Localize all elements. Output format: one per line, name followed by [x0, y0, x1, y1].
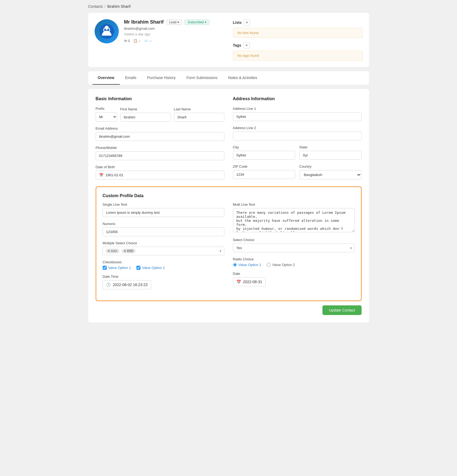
zip-label: ZIP Code	[233, 164, 295, 168]
date-field-wrapper[interactable]: 📅 2022-08-31	[233, 277, 266, 286]
email-input[interactable]	[96, 132, 224, 141]
addr1-label: Address Line 1	[233, 107, 362, 111]
avatar	[95, 19, 119, 43]
select-choice-input[interactable]: Yes No	[233, 243, 355, 252]
state-input[interactable]	[299, 151, 362, 160]
addr2-input[interactable]	[233, 132, 362, 140]
custom-profile-title: Custom Profile Data	[103, 193, 355, 198]
stat-3: 📨 --	[144, 39, 152, 43]
badge-lead[interactable]: Lead ▾	[166, 20, 182, 25]
first-name-input[interactable]	[120, 113, 171, 122]
city-group: City	[233, 145, 295, 160]
country-select[interactable]: Bangladesh India USA	[299, 170, 362, 179]
tag-aaa: AAA	[106, 249, 120, 253]
badge-subscribed[interactable]: Subscribed ▾	[185, 20, 209, 25]
custom-two-col: Single Line Text Numeric Multiple Select…	[103, 203, 355, 294]
checkbox-option2-label: Value Option 2	[142, 266, 165, 270]
tabs-bar: Overview Emails Purchase History Form Su…	[88, 71, 369, 85]
checkbox-option1-input[interactable]	[103, 266, 107, 270]
state-label: State	[299, 145, 362, 149]
tag-bbb: BBB	[122, 249, 136, 253]
select-choice-label: Select Choice	[233, 238, 355, 242]
update-contact-button[interactable]: Update Contact	[322, 305, 361, 315]
custom-profile-section: Custom Profile Data Single Line Text Num…	[96, 186, 362, 301]
select-choice-wrapper: Yes No	[233, 243, 355, 252]
last-name-input[interactable]	[174, 113, 224, 122]
first-name-group: First Name	[120, 107, 171, 122]
dob-input-wrapper[interactable]: 📅 1901-01-01	[96, 171, 224, 179]
last-name-group: Last Name	[174, 107, 224, 122]
radio-option1-input[interactable]	[233, 263, 237, 267]
select-choice-group: Select Choice Yes No	[233, 238, 355, 252]
lists-label: Lists	[233, 20, 242, 25]
radio-option1-label: Value Option 1	[239, 263, 261, 267]
radio-option1[interactable]: Value Option 1	[233, 263, 261, 267]
profile-stats: ✉ 0 📋 -- 📨 --	[124, 39, 210, 43]
last-name-label: Last Name	[174, 107, 224, 111]
radio-option2-input[interactable]	[267, 263, 271, 267]
tab-emails[interactable]: Emails	[120, 71, 142, 85]
single-line-input[interactable]	[103, 208, 224, 217]
lists-header: Lists +	[233, 19, 363, 26]
tag-dot-aaa	[108, 250, 110, 252]
multi-line-group: Multi Line Text There are many variation…	[233, 203, 355, 233]
radio-option2[interactable]: Value Option 2	[267, 263, 295, 267]
numeric-group: Numeric	[103, 222, 224, 236]
top-form-section: Basic Information Prefix Mr Mrs Ms Dr	[96, 96, 362, 184]
checkbox-option2[interactable]: Value Option 2	[136, 266, 165, 270]
date-value: 2022-08-31	[243, 280, 262, 284]
addr2-label: Address Line 2	[233, 126, 362, 130]
breadcrumb-contacts-link[interactable]: Contacts	[88, 4, 103, 9]
first-name-label: First Name	[120, 107, 171, 111]
tab-form-submissions[interactable]: Form Submissions	[181, 71, 223, 85]
numeric-input[interactable]	[103, 227, 224, 236]
multi-line-input[interactable]: There are many variations of passages of…	[233, 208, 355, 232]
dob-value: 1901-01-01	[106, 173, 124, 177]
radio-option2-label: Value Option 2	[272, 263, 295, 267]
addr1-input[interactable]	[233, 112, 362, 121]
custom-right-col: Multi Line Text There are many variation…	[233, 203, 355, 294]
profile-card: Mr Ibrahim Sharif Lead ▾ Subscribed ▾ ib…	[88, 13, 369, 67]
country-label: Country	[299, 164, 362, 168]
datetime-wrapper[interactable]: 🕐 2022-08-02 16:23:23	[103, 280, 151, 289]
datetime-label: Date Time	[103, 275, 224, 279]
tags-add-button[interactable]: +	[243, 42, 250, 48]
basic-info-section: Basic Information Prefix Mr Mrs Ms Dr	[96, 96, 224, 184]
custom-left-col: Single Line Text Numeric Multiple Select…	[103, 203, 224, 294]
date-group: Date 📅 2022-08-31	[233, 272, 355, 286]
datetime-group: Date Time 🕐 2022-08-02 16:23:23	[103, 275, 224, 289]
zip-country-row: ZIP Code Country Bangladesh India USA	[233, 164, 362, 184]
checkboxes-group: Checkboxes Value Option 1 Value Option 2	[103, 260, 224, 270]
lists-empty-notice: No lists found	[233, 28, 363, 38]
tag-dot-bbb	[124, 250, 126, 252]
calendar-icon: 📅	[99, 173, 103, 177]
radio-options: Value Option 1 Value Option 2	[233, 263, 355, 267]
tab-purchase-history[interactable]: Purchase History	[142, 71, 181, 85]
prefix-group: Prefix Mr Mrs Ms Dr	[96, 107, 117, 122]
email-group: Email Address	[96, 126, 224, 141]
zip-group: ZIP Code	[233, 164, 295, 179]
profile-name: Mr Ibrahim Sharif	[124, 19, 164, 25]
phone-input[interactable]	[96, 151, 224, 160]
breadcrumb-current: Ibrahim Sharif	[107, 4, 131, 9]
checkbox-option1[interactable]: Value Option 1	[103, 266, 131, 270]
prefix-select[interactable]: Mr Mrs Ms Dr	[96, 112, 117, 122]
tab-notes-activities[interactable]: Notes & Activities	[223, 71, 262, 85]
tags-section: Tags + No tags found	[233, 42, 363, 61]
calendar-icon-date: 📅	[236, 280, 241, 284]
basic-info-title: Basic Information	[96, 96, 224, 101]
address-info-title: Address Information	[233, 96, 362, 101]
checkbox-option2-input[interactable]	[136, 266, 140, 270]
single-line-label: Single Line Text	[103, 203, 224, 207]
zip-input[interactable]	[233, 170, 295, 179]
multi-select-wrapper[interactable]: AAA BBB	[103, 247, 224, 255]
numeric-label: Numeric	[103, 222, 224, 226]
phone-group: Phone/Mobile	[96, 146, 224, 160]
tags-header: Tags +	[233, 42, 363, 48]
checkbox-group: Value Option 1 Value Option 2	[103, 266, 224, 270]
tab-overview[interactable]: Overview	[92, 71, 120, 85]
breadcrumb: Contacts / Ibrahim Sharif	[88, 4, 369, 9]
multi-select-label: Multiple Select Choice	[103, 241, 224, 245]
city-input[interactable]	[233, 151, 295, 160]
lists-add-button[interactable]: +	[244, 19, 250, 26]
